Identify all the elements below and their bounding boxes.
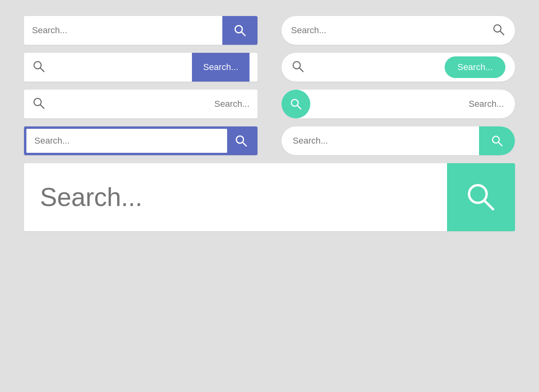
search-input-2[interactable]: [291, 25, 492, 36]
search-icon-7: [234, 134, 248, 148]
search-button-7[interactable]: [227, 129, 255, 153]
search-icon-6: [289, 98, 302, 110]
search-icon: [233, 24, 247, 37]
search-grid: Search... Search...: [16, 12, 523, 235]
search-input-8[interactable]: [281, 136, 479, 146]
searchbar-4: Search...: [281, 53, 515, 82]
searchbar-6: [281, 90, 515, 118]
search-button-4-label: Search...: [457, 62, 493, 72]
search-icon-3: [32, 60, 46, 75]
search-input-6[interactable]: [310, 99, 512, 109]
search-button-3[interactable]: Search...: [192, 53, 250, 82]
svg-line-5: [40, 68, 44, 72]
search-button-8[interactable]: [479, 126, 515, 155]
search-icon-8: [491, 134, 503, 147]
search-button-3-label: Search...: [203, 62, 238, 72]
svg-line-3: [500, 31, 504, 35]
search-input-1[interactable]: [24, 25, 222, 36]
searchbar-9: [24, 163, 515, 231]
search-input-3[interactable]: [50, 62, 192, 72]
searchbar-5: [24, 90, 258, 118]
search-icon-4: [291, 60, 305, 75]
search-icon-2: [492, 23, 505, 38]
svg-line-13: [243, 142, 246, 146]
searchbar-7: [24, 126, 258, 155]
search-button-4[interactable]: Search...: [445, 56, 505, 78]
svg-line-15: [499, 142, 502, 146]
svg-line-7: [299, 68, 303, 72]
search-input-9[interactable]: [40, 182, 447, 212]
searchbar-2: [281, 16, 515, 45]
search-icon-5: [32, 96, 46, 112]
search-input-5[interactable]: [50, 99, 250, 109]
search-button-9[interactable]: [447, 163, 515, 231]
svg-line-17: [484, 200, 493, 209]
svg-line-1: [242, 32, 245, 36]
searchbar-1: [24, 16, 258, 45]
searchbar-8: [281, 126, 515, 155]
search-input-7[interactable]: [26, 129, 227, 153]
searchbar-3: Search...: [24, 53, 258, 82]
svg-line-11: [297, 106, 301, 109]
search-button-6[interactable]: [281, 90, 310, 118]
page-container: Search... Search...: [0, 0, 539, 392]
svg-line-9: [40, 105, 44, 108]
search-icon-9: [465, 181, 497, 213]
search-input-4[interactable]: [309, 62, 445, 72]
search-button-1[interactable]: [222, 16, 258, 45]
